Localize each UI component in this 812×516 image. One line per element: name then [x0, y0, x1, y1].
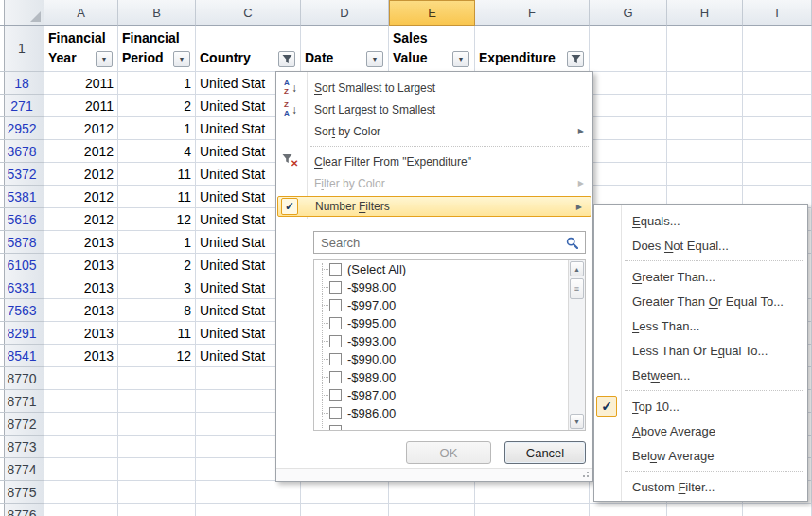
menu-item[interactable]: Sort by Color▶ [276, 120, 592, 142]
cell-period[interactable]: 2 [118, 95, 196, 117]
row-header[interactable]: 3678 [0, 140, 44, 163]
cell-period[interactable]: 12 [118, 208, 196, 231]
submenu-item[interactable]: Does Not Equal... [594, 233, 807, 258]
cell-period[interactable]: 11 [118, 186, 196, 208]
cell-empty[interactable] [44, 481, 118, 504]
cell-empty[interactable] [196, 481, 301, 504]
filter-dropdown-button[interactable]: ▼ [366, 51, 383, 67]
cell-year[interactable]: 2013 [44, 299, 118, 322]
applied-filter-button[interactable] [278, 51, 295, 67]
applied-filter-button[interactable] [567, 51, 584, 67]
cell-period[interactable]: 1 [118, 72, 196, 95]
cell-empty[interactable] [118, 504, 196, 516]
cell-empty[interactable] [118, 413, 196, 436]
cell-empty[interactable] [389, 504, 475, 516]
select-all-corner[interactable] [0, 0, 44, 26]
cell-period[interactable]: 1 [118, 117, 196, 140]
cell-empty[interactable] [118, 367, 196, 390]
column-header-C[interactable]: C [196, 0, 301, 26]
cell-empty[interactable] [475, 481, 590, 504]
row-header[interactable]: 8773 [0, 436, 44, 458]
column-header-G[interactable]: G [590, 0, 667, 26]
list-item[interactable]: -$995.00 [314, 314, 585, 332]
column-header-D[interactable]: D [301, 0, 389, 26]
menu-item[interactable]: AZ↓Sort Largest to Smallest [276, 98, 592, 120]
row-header[interactable]: 2952 [0, 117, 44, 140]
header-cell-E[interactable]: SalesValue▼ [389, 26, 475, 72]
row-header[interactable]: 8775 [0, 481, 44, 504]
list-item[interactable]: (Select All) [314, 260, 585, 278]
list-item[interactable]: -$990.00 [314, 350, 585, 368]
cell-year[interactable]: 2013 [44, 231, 118, 254]
cell-period[interactable]: 2 [118, 254, 196, 276]
row-header[interactable]: 8776 [0, 504, 44, 516]
row-header[interactable]: 8772 [0, 413, 44, 436]
list-item[interactable]: -$986.00 [314, 404, 585, 422]
menu-item[interactable]: Filter by Color▶ [276, 172, 592, 194]
row-header-1[interactable]: 1 [0, 26, 44, 72]
header-cell-B[interactable]: FinancialPeriod▼ [118, 26, 196, 72]
menu-item[interactable]: ✓Number Filters▶ [277, 196, 591, 217]
cell-empty[interactable] [667, 117, 743, 140]
cell-empty[interactable] [44, 458, 118, 481]
cell-empty[interactable] [590, 72, 667, 95]
row-header[interactable]: 271 [0, 95, 44, 117]
cell-empty[interactable] [118, 481, 196, 504]
cell-empty[interactable] [590, 95, 667, 117]
column-header-H[interactable]: H [667, 0, 743, 26]
list-item[interactable]: -$993.00 [314, 332, 585, 350]
cell-year[interactable]: 2013 [44, 254, 118, 276]
submenu-item[interactable]: Below Average [594, 443, 807, 468]
scroll-thumb[interactable]: ≡ [570, 278, 584, 299]
cell-empty[interactable] [590, 140, 667, 163]
cell-empty[interactable] [301, 504, 389, 516]
cell-period[interactable]: 11 [118, 322, 196, 345]
cell-empty[interactable] [590, 117, 667, 140]
search-input[interactable]: Search [313, 231, 586, 254]
list-item[interactable]: -$989.00 [314, 368, 585, 386]
value-checkbox[interactable] [329, 407, 342, 419]
list-item-clipped[interactable] [314, 422, 585, 431]
resize-grip[interactable] [276, 468, 592, 481]
cell-empty[interactable] [743, 117, 812, 140]
value-checkbox[interactable] [329, 317, 342, 329]
row-header[interactable]: 5381 [0, 186, 44, 208]
cell-empty[interactable] [667, 163, 743, 186]
row-header[interactable]: 8541 [0, 345, 44, 367]
cell-empty[interactable] [475, 504, 590, 516]
submenu-item[interactable]: Custom Filter... [594, 474, 807, 499]
cell-year[interactable]: 2011 [44, 72, 118, 95]
cell-empty[interactable] [118, 458, 196, 481]
row-header[interactable]: 8771 [0, 390, 44, 413]
cell-year[interactable]: 2011 [44, 95, 118, 117]
cell-empty[interactable] [44, 367, 118, 390]
header-cell-D[interactable]: Date▼ [301, 26, 389, 72]
cell-empty[interactable] [44, 504, 118, 516]
cell-empty[interactable] [743, 72, 812, 95]
filter-dropdown-button[interactable]: ▼ [452, 51, 469, 67]
submenu-item[interactable]: Less Than Or Equal To... [594, 338, 807, 363]
row-header[interactable]: 8774 [0, 458, 44, 481]
cell-year[interactable]: 2013 [44, 276, 118, 299]
cell-empty[interactable] [667, 504, 743, 516]
header-cell-G[interactable] [590, 26, 667, 72]
menu-item[interactable]: AZ↓Sort Smallest to Largest [276, 77, 592, 98]
select-all-checkbox[interactable] [329, 263, 342, 276]
value-checkbox[interactable] [329, 389, 342, 401]
cell-empty[interactable] [667, 72, 743, 95]
submenu-item[interactable]: Greater Than Or Equal To... [594, 289, 807, 313]
row-header[interactable]: 8770 [0, 367, 44, 390]
list-item[interactable]: -$998.00 [314, 278, 585, 296]
cell-year[interactable]: 2012 [44, 208, 118, 231]
cell-year[interactable]: 2013 [44, 322, 118, 345]
row-header[interactable]: 7563 [0, 299, 44, 322]
value-checkbox[interactable] [329, 371, 342, 383]
row-header[interactable]: 5372 [0, 163, 44, 186]
cell-empty[interactable] [590, 163, 667, 186]
cell-empty[interactable] [743, 163, 812, 186]
cell-empty[interactable] [389, 481, 475, 504]
header-cell-I[interactable] [743, 26, 812, 72]
header-cell-H[interactable] [667, 26, 743, 72]
filter-dropdown-button[interactable]: ▼ [173, 51, 190, 67]
column-header-I[interactable]: I [743, 0, 812, 26]
